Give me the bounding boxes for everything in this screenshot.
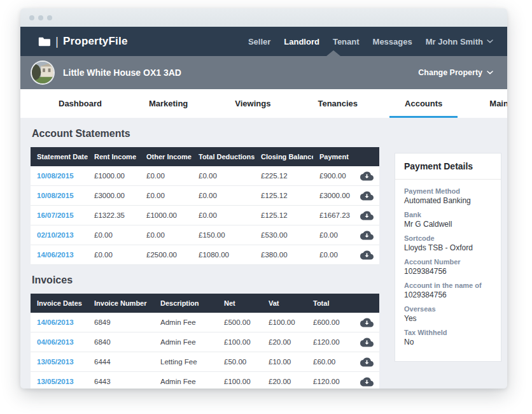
nav-item[interactable]: Mr John Smith — [426, 37, 493, 46]
nav-item-label: Seller — [248, 37, 270, 46]
column-header: Net — [218, 299, 262, 307]
rent-income-cell: £3000.00 — [88, 192, 140, 199]
cloud-download-icon[interactable] — [360, 318, 374, 327]
column-header: Closing Balance — [255, 153, 313, 161]
property-title: Little White House OX1 3AD — [63, 68, 181, 78]
cloud-download-icon[interactable] — [360, 231, 374, 240]
rent-income-cell: £0.00 — [88, 251, 140, 259]
house-photo — [32, 62, 55, 85]
tab-label: Viewings — [235, 99, 270, 108]
payment-details-fields: Payment Method Automated Banking Bank Mr… — [395, 180, 501, 361]
nav-item[interactable]: Seller — [248, 37, 270, 46]
cloud-download-icon[interactable] — [360, 377, 374, 387]
statement-date-link[interactable]: 10/08/2015 — [31, 172, 88, 180]
cloud-download-icon[interactable] — [360, 250, 374, 260]
statements-table: Statement DatesRent IncomeOther IncomeTo… — [31, 147, 379, 265]
window-control-dot[interactable] — [47, 15, 52, 20]
download-cell — [354, 357, 379, 367]
detail-label: Sortcode — [404, 234, 492, 242]
tab[interactable]: Marketing — [139, 89, 198, 118]
column-header: Payment — [313, 153, 354, 161]
payment-cell: £0.00 — [313, 231, 354, 239]
invoice-date-link[interactable]: 13/05/2013 — [31, 378, 88, 385]
statements-table-header: Statement DatesRent IncomeOther IncomeTo… — [31, 147, 379, 166]
other-income-cell: £0.00 — [140, 231, 192, 239]
app-window: | PropertyFile Seller Landlord — [20, 8, 507, 389]
rent-income-cell: £1322.35 — [88, 211, 140, 219]
nav-item[interactable]: Landlord — [284, 37, 319, 46]
closing-balance-cell: £225.12 — [255, 172, 313, 180]
tab-label: Marketing — [149, 99, 188, 108]
tab[interactable]: Dashboard — [48, 89, 112, 118]
nav-item-label: Landlord — [284, 37, 319, 46]
cloud-download-icon[interactable] — [360, 357, 374, 367]
column-header: Statement Dates — [31, 153, 88, 161]
net-cell: £50.00 — [218, 358, 262, 366]
invoice-date-link[interactable]: 04/06/2013 — [31, 338, 88, 346]
download-cell — [354, 171, 379, 181]
statement-date-link[interactable]: 10/08/2015 — [31, 192, 88, 199]
detail-value: No — [404, 338, 492, 346]
total-cell: £120.00 — [307, 338, 354, 346]
detail-value: 1029384756 — [404, 267, 492, 276]
nav-item-label: Tenant — [333, 37, 360, 46]
total-cell: £120.00 — [307, 378, 354, 385]
window-control-dot[interactable] — [38, 15, 43, 20]
nav-item[interactable]: Tenant — [333, 37, 360, 46]
change-property-button[interactable]: Change Property — [418, 68, 493, 77]
cloud-download-icon[interactable] — [360, 211, 374, 220]
tab[interactable]: Tenancies — [307, 89, 368, 118]
detail-label: Account in the name of — [404, 282, 492, 289]
column-header: Rent Income — [88, 153, 140, 161]
table-row: 14/06/2013 £0.00 £2500.00 £1080.00 £380.… — [31, 245, 379, 265]
net-cell: £500.00 — [218, 318, 262, 326]
payment-cell: £1667.23 — [313, 211, 354, 219]
statement-date-link[interactable]: 02/10/2013 — [31, 231, 88, 239]
detail-field: Payment Method Automated Banking — [404, 187, 492, 205]
tab[interactable]: Maintenance — [479, 89, 507, 118]
statement-date-link[interactable]: 14/06/2013 — [31, 251, 88, 259]
nav-item[interactable]: Messages — [373, 37, 412, 46]
other-income-cell: £0.00 — [140, 192, 192, 199]
statement-date-link[interactable]: 16/07/2015 — [31, 211, 88, 219]
total-deductions-cell: £0.00 — [192, 211, 255, 219]
other-income-cell: £0.00 — [140, 172, 192, 180]
detail-field: Bank Mr G Caldwell — [404, 211, 492, 229]
detail-value: 1029384756 — [404, 290, 492, 299]
rent-income-cell: £0.00 — [88, 231, 140, 239]
nav-item-label: Messages — [373, 37, 412, 46]
payment-cell: £0.00 — [313, 251, 354, 259]
invoices-table-header: Invoice DatesInvoice NumberDescriptionNe… — [31, 294, 379, 313]
property-avatar[interactable] — [31, 61, 55, 85]
total-deductions-cell: £150.00 — [192, 231, 255, 239]
invoices-table-body: 14/06/2013 6849 Admin Fee £500.00 £100.0… — [31, 313, 379, 389]
closing-balance-cell: £125.12 — [255, 211, 313, 219]
invoice-date-link[interactable]: 13/05/2013 — [31, 358, 88, 366]
other-income-cell: £1000.00 — [140, 211, 192, 219]
table-row: 14/06/2013 6849 Admin Fee £500.00 £100.0… — [31, 313, 379, 332]
detail-label: Account Number — [404, 258, 492, 266]
tab[interactable]: Accounts — [395, 89, 452, 118]
column-header: Description — [154, 299, 218, 307]
propertyfile-logo[interactable]: | PropertyFile — [38, 34, 128, 48]
invoices-table: Invoice DatesInvoice NumberDescriptionNe… — [31, 294, 379, 389]
vat-cell: £20.00 — [262, 338, 307, 346]
tab-label: Maintenance — [489, 99, 507, 108]
property-bar: Little White House OX1 3AD Change Proper… — [20, 56, 507, 89]
tab-label: Dashboard — [59, 99, 102, 108]
table-row: 10/08/2015 £3000.00 £0.00 £0.00 £125.12 … — [31, 186, 379, 206]
detail-field: Account Number 1029384756 — [404, 258, 492, 276]
invoice-date-link[interactable]: 14/06/2013 — [31, 318, 88, 326]
window-control-dot[interactable] — [29, 15, 34, 20]
closing-balance-cell: £125.12 — [255, 192, 313, 199]
payment-cell: £900.00 — [313, 172, 354, 180]
download-cell — [354, 250, 379, 260]
cloud-download-icon[interactable] — [360, 171, 374, 181]
closing-balance-cell: £530.00 — [255, 231, 313, 239]
tab[interactable]: Viewings — [225, 89, 281, 118]
content-area: Account Statements Statement DatesRent I… — [20, 118, 507, 389]
cloud-download-icon[interactable] — [360, 191, 374, 201]
cloud-download-icon[interactable] — [360, 338, 374, 347]
description-cell: Admin Fee — [154, 378, 218, 385]
table-row: 13/05/2013 6443 Admin Fee £100.00 £20.00… — [31, 372, 379, 389]
